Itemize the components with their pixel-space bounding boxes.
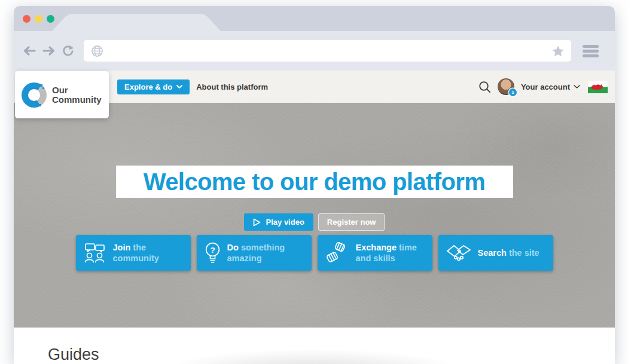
forward-button[interactable] <box>42 45 56 56</box>
join-community-card[interactable]: Join the community <box>76 235 191 271</box>
explore-and-do-button[interactable]: Explore & do <box>117 79 190 94</box>
welsh-flag-icon <box>588 81 608 93</box>
browser-tab[interactable] <box>52 14 221 31</box>
address-bar[interactable] <box>84 40 571 62</box>
site-logo[interactable]: Our Community <box>15 71 109 118</box>
refresh-icon <box>62 45 74 57</box>
forward-arrow-icon <box>42 45 56 56</box>
play-icon <box>253 218 261 227</box>
lightbulb-icon: ? <box>205 242 221 264</box>
bookmark-star-icon[interactable] <box>552 45 564 57</box>
minimize-window-button[interactable] <box>35 15 42 23</box>
play-video-button[interactable]: Play video <box>244 213 313 231</box>
back-arrow-icon <box>22 45 36 56</box>
page-content-section: Guides <box>14 328 615 364</box>
explore-label: Explore & do <box>124 82 172 91</box>
play-video-label: Play video <box>266 218 304 227</box>
about-platform-link[interactable]: About this platform <box>196 82 268 91</box>
url-input[interactable] <box>109 46 552 56</box>
search-button[interactable] <box>478 81 491 93</box>
handshake-icon <box>446 244 471 262</box>
svg-text:?: ? <box>210 245 215 254</box>
navbar-right-cluster: 1 Your account <box>478 71 608 103</box>
exchange-hands-icon <box>325 242 349 264</box>
hero-buttons: Play video Register now <box>14 213 615 231</box>
language-flag-button[interactable] <box>588 81 608 93</box>
browser-window: Our Community Explore & do About this pl… <box>14 6 615 364</box>
notification-badge: 1 <box>509 88 517 96</box>
card-label: Search the site <box>478 247 539 258</box>
browser-menu-button[interactable] <box>583 45 599 57</box>
community-chat-icon <box>84 243 106 263</box>
search-icon <box>478 81 491 93</box>
search-site-card[interactable]: Search the site <box>438 235 553 271</box>
card-label: Join the community <box>113 242 186 264</box>
account-label: Your account <box>521 82 570 91</box>
logo-wordmark: Our Community <box>52 85 102 105</box>
exchange-time-skills-card[interactable]: Exchange time and skills <box>318 235 432 271</box>
close-window-button[interactable] <box>23 15 31 23</box>
card-label: Exchange time and skills <box>356 242 428 264</box>
maximize-window-button[interactable] <box>47 15 54 23</box>
chevron-down-icon <box>574 85 580 88</box>
guides-heading: Guides <box>48 345 99 364</box>
hero-title-strip: Welcome to our demo platform <box>116 166 513 198</box>
site-navbar: Our Community Explore & do About this pl… <box>14 71 615 103</box>
refresh-button[interactable] <box>62 45 74 57</box>
content-shadow <box>151 347 474 364</box>
page-title: Welcome to our demo platform <box>144 169 485 195</box>
hero-section: Welcome to our demo platform Play video … <box>14 103 615 328</box>
window-controls <box>23 15 54 23</box>
your-account-button[interactable]: Your account <box>521 82 580 91</box>
chevron-down-icon <box>176 85 182 88</box>
our-community-logo-icon <box>22 82 47 108</box>
hero-card-row: Join the community ? Do something amazin… <box>14 235 615 271</box>
register-now-button[interactable]: Register now <box>318 213 385 231</box>
back-button[interactable] <box>22 45 36 56</box>
browser-toolbar <box>14 31 615 71</box>
browser-titlebar <box>14 6 615 31</box>
do-something-amazing-card[interactable]: ? Do something amazing <box>197 235 312 271</box>
globe-icon <box>91 45 103 57</box>
user-avatar[interactable]: 1 <box>498 78 514 95</box>
card-label: Do something amazing <box>227 242 307 264</box>
